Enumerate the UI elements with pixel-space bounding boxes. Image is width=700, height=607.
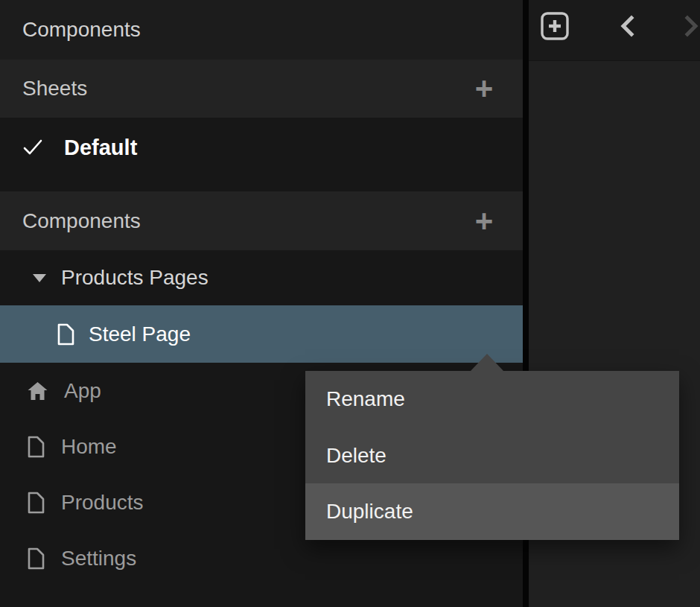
sidebar-title: Components	[0, 0, 523, 60]
sheet-item-default[interactable]: Default	[0, 118, 523, 177]
section-sheets: Sheets +	[0, 60, 523, 118]
check-icon	[21, 136, 45, 159]
tree-group-label: Products Pages	[61, 266, 209, 290]
section-sheets-label: Sheets	[22, 77, 87, 101]
home-icon	[26, 380, 49, 402]
chevron-left-icon[interactable]	[612, 10, 643, 42]
context-menu-arrow	[470, 354, 504, 372]
sidebar-title-label: Components	[22, 18, 141, 42]
tree-group-products-pages[interactable]: Products Pages	[0, 250, 523, 305]
sidebar-item-label: App	[64, 379, 101, 403]
sidebar-item-label: Home	[61, 435, 117, 459]
tree-item-steel-page[interactable]: Steel Page	[0, 305, 523, 363]
menu-item-delete[interactable]: Delete	[305, 428, 679, 484]
sheet-item-label: Default	[64, 136, 137, 160]
tree-item-label: Steel Page	[89, 322, 191, 346]
canvas-toolbar	[529, 0, 700, 61]
sidebar-item-label: Products	[61, 491, 144, 515]
chevron-right-icon[interactable]	[675, 10, 700, 42]
section-components-label: Components	[22, 209, 141, 233]
context-menu: Rename Delete Duplicate	[305, 371, 679, 540]
sidebar-item-label: Settings	[61, 547, 136, 571]
page-icon	[26, 435, 46, 459]
page-icon	[56, 322, 76, 346]
menu-item-rename[interactable]: Rename	[305, 371, 679, 428]
caret-down-icon[interactable]	[31, 273, 48, 284]
page-icon	[26, 547, 46, 571]
page-icon	[26, 491, 46, 515]
section-components: Components +	[0, 191, 523, 250]
add-frame-icon[interactable]	[539, 10, 570, 42]
add-sheet-button[interactable]: +	[468, 72, 500, 105]
add-component-button[interactable]: +	[468, 205, 500, 238]
menu-item-duplicate[interactable]: Duplicate	[305, 483, 679, 540]
